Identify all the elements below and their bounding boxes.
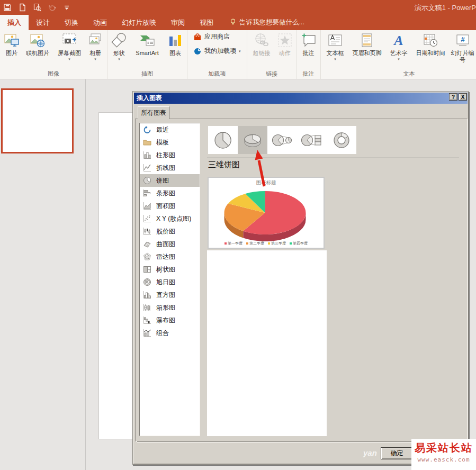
ribbon-button-hyperlink[interactable]: 超链接: [249, 30, 275, 68]
subtype-pie-of-pie-icon[interactable]: [267, 126, 297, 154]
chart-type-column[interactable]: 柱形图: [140, 149, 200, 161]
panel-divider[interactable]: [85, 79, 86, 470]
tab-all-charts[interactable]: 所有图表: [138, 106, 169, 119]
ok-button[interactable]: 确定: [381, 447, 413, 459]
lightbulb-icon: [229, 18, 237, 27]
watermark-title: 易采站长站: [411, 441, 476, 455]
chart-type-waterfall[interactable]: 瀑布图: [140, 314, 200, 327]
ribbon-group-批注: 批注批注: [297, 30, 321, 79]
slide-canvas: [98, 112, 136, 439]
ribbon-button-action[interactable]: 动作: [275, 30, 295, 68]
subtype-pie-icon[interactable]: [208, 126, 238, 154]
dialog-title: 插入图表: [134, 94, 162, 103]
ribbon-button-header-footer[interactable]: 页眉和页脚: [348, 30, 386, 68]
subtype-bar-of-pie-icon[interactable]: [297, 126, 327, 154]
ribbon-button-comment[interactable]: 批注: [299, 30, 319, 68]
chart-type-template[interactable]: 模板: [140, 136, 200, 149]
ribbon-tab-审阅[interactable]: 审阅: [164, 15, 192, 30]
qat-print-preview-icon[interactable]: [32, 2, 42, 13]
ribbon-group-加载项: 应用商店我的加载项▾加载项: [187, 30, 247, 79]
ribbon-tab-插入[interactable]: 插入: [0, 15, 29, 30]
subtype-pie-3d-icon[interactable]: [238, 126, 267, 154]
legend-item: 第四季度: [290, 241, 308, 246]
watermark-url: www.easck.com: [411, 456, 476, 463]
qat-customize-toolbar-icon[interactable]: [61, 2, 72, 13]
chart-type-sunburst[interactable]: 旭日图: [140, 276, 200, 288]
tell-me-box[interactable]: 告诉我您想要做什么...: [229, 15, 304, 30]
slide-thumbnail[interactable]: [1, 88, 74, 153]
subtype-doughnut-icon[interactable]: [327, 126, 356, 154]
chart-type-area[interactable]: 面积图: [140, 200, 200, 212]
ribbon-tab-row: 插入设计切换动画幻灯片放映审阅视图告诉我您想要做什么...: [0, 15, 476, 30]
chart-type-pie[interactable]: 饼图: [140, 174, 200, 187]
qat-new-file-icon[interactable]: [17, 2, 28, 13]
ribbon-group-链接: 超链接动作链接: [247, 30, 297, 79]
qat-undo-icon[interactable]: ▾: [47, 2, 57, 13]
svg-text:#: #: [461, 35, 465, 43]
window-title: 演示文稿1 - PowerP: [415, 3, 476, 13]
ribbon-button-date-time[interactable]: 日期和时间: [412, 30, 450, 68]
svg-text:A: A: [393, 33, 403, 48]
ribbon-button-chart[interactable]: 图表: [165, 30, 185, 68]
pie-chart-preview: [209, 178, 324, 248]
ribbon-button-slide-number[interactable]: #幻灯片编号: [450, 30, 476, 68]
chart-type-bar[interactable]: 条形图: [140, 187, 200, 200]
ribbon-group-label: 加载项: [189, 70, 245, 79]
ribbon-button-screenshot[interactable]: 屏幕截图▾: [53, 30, 85, 68]
chart-preview-title: 图表标题: [209, 179, 324, 186]
faint-watermark: yan: [363, 448, 377, 457]
ribbon-group-图像: 图片联机图片屏幕截图▾相册▾图像: [0, 30, 107, 79]
ribbon-group-label: 图像: [2, 70, 105, 79]
ribbon-group-label: 批注: [299, 70, 319, 79]
chart-type-line[interactable]: 折线图: [140, 161, 200, 174]
ribbon-button-wordart[interactable]: A艺术字▾: [386, 30, 412, 68]
chart-type-histogram[interactable]: 直方图: [140, 288, 200, 301]
legend-item: 第二季度: [246, 241, 264, 246]
ribbon-button-my-addins[interactable]: 我的加载项▾: [193, 47, 241, 56]
chart-type-combo[interactable]: 组合: [140, 327, 200, 339]
chart-type-recent[interactable]: 最近: [140, 123, 200, 136]
ribbon-tab-动画[interactable]: 动画: [86, 15, 114, 30]
ribbon-button-text-box[interactable]: 文本框▾: [322, 30, 348, 68]
chart-type-surface[interactable]: 曲面图: [140, 238, 200, 250]
ribbon-group-label: 插图: [109, 70, 185, 79]
qat-save-icon[interactable]: [2, 2, 13, 13]
insert-chart-dialog: 插入图表 ? X 所有图表 最近模板柱形图折线图饼图条形图面积图X Y (散点图…: [132, 91, 469, 465]
chart-subtype-row: [208, 126, 356, 154]
ribbon-tab-幻灯片放映[interactable]: 幻灯片放映: [114, 15, 164, 30]
ribbon-group-文本: 文本框▾页眉和页脚A艺术字▾日期和时间#幻灯片编号对象文本: [321, 30, 476, 79]
ribbon-tab-视图[interactable]: 视图: [192, 15, 221, 30]
chart-type-box-whisker[interactable]: 箱形图: [140, 301, 200, 314]
titlebar: ▾ 演示文稿1 - PowerP: [0, 0, 476, 15]
chart-type-stock[interactable]: 股价图: [140, 225, 200, 238]
ribbon-button-online-pictures[interactable]: 联机图片: [22, 30, 53, 68]
powerpoint-window: ▾ 演示文稿1 - PowerP 插入设计切换动画幻灯片放映审阅视图告诉我您想要…: [0, 0, 476, 470]
ribbon-group-label: 链接: [249, 70, 295, 79]
ribbon-button-picture[interactable]: 图片: [2, 30, 22, 68]
ribbon-button-store[interactable]: 应用商店: [193, 32, 241, 41]
separator: [207, 157, 459, 158]
close-icon[interactable]: X: [459, 93, 467, 101]
chart-type-radar[interactable]: 雷达图: [140, 250, 200, 263]
ribbon-button-smartart[interactable]: SmartArt: [129, 30, 165, 68]
ribbon-group-label: 文本: [322, 70, 476, 79]
preview-blank-area: [207, 250, 327, 436]
chart-type-list: 最近模板柱形图折线图饼图条形图面积图X Y (散点图)股价图曲面图雷达图树状图旭…: [139, 123, 200, 436]
ribbon: 图片联机图片屏幕截图▾相册▾图像形状▾SmartArt图表插图应用商店我的加载项…: [0, 30, 476, 79]
ribbon-button-shapes[interactable]: 形状▾: [109, 30, 129, 68]
selected-subtype-label: 三维饼图: [208, 160, 240, 170]
quick-access-toolbar: ▾: [2, 2, 72, 13]
ribbon-tab-设计[interactable]: 设计: [29, 15, 57, 30]
help-button[interactable]: ?: [449, 93, 457, 101]
chart-type-treemap[interactable]: 树状图: [140, 263, 200, 276]
site-watermark: 易采站长站 www.easck.com: [411, 439, 476, 470]
ribbon-tab-切换[interactable]: 切换: [57, 15, 86, 30]
ribbon-group-插图: 形状▾SmartArt图表插图: [107, 30, 187, 79]
legend-item: 第三季度: [268, 241, 286, 246]
dialog-titlebar[interactable]: 插入图表: [134, 93, 468, 104]
chart-preview-legend: 第一季度第二季度第三季度第四季度: [209, 241, 324, 246]
ribbon-button-photo-album[interactable]: 相册▾: [85, 30, 105, 68]
legend-item: 第一季度: [224, 241, 243, 246]
chart-preview[interactable]: 图表标题 第一季度第二季度第三季度第四季度: [208, 177, 325, 249]
chart-type-scatter[interactable]: X Y (散点图): [140, 212, 200, 225]
